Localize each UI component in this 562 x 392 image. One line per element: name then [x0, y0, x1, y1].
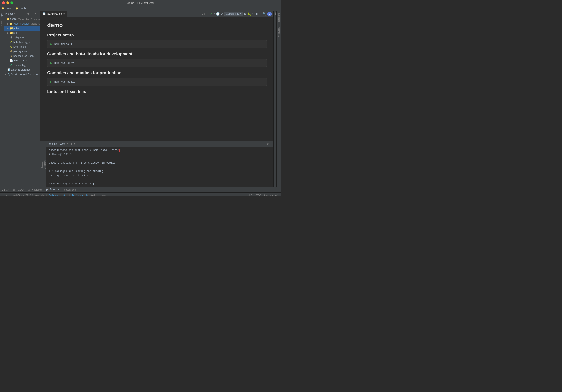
terminal-settings-icon[interactable]: ⚙ [266, 142, 269, 145]
stop-button[interactable]: ■ [256, 12, 258, 15]
editor-tabs: 📄 README.md ✕ ⋮ [40, 11, 200, 17]
coverage-button[interactable]: ⊙ [252, 12, 255, 15]
md-code-1: ▶ npm install [47, 40, 267, 48]
arrow-icon: ▶ [7, 27, 9, 30]
tree-package-json[interactable]: ⚙ package.json [4, 49, 40, 54]
code-arrow-icon: ▶ [50, 42, 52, 46]
terminal-icon: ▶ [46, 188, 49, 191]
collapse-icon[interactable]: ≡ [31, 12, 33, 15]
tabs-more-button[interactable]: ⋮ [187, 13, 194, 17]
file-icon: ⚙ [10, 50, 13, 53]
back-button[interactable]: ← [258, 12, 261, 15]
todo-icon: ☑ [13, 188, 15, 191]
user-avatar[interactable]: S [267, 12, 272, 16]
tree-vue-config[interactable]: ⚙ vue.config.js [4, 63, 40, 68]
git-rollback-icon[interactable]: ↺ [221, 12, 223, 15]
tree-package-lock[interactable]: ⚙ package-lock.json [4, 54, 40, 58]
git-check2-icon[interactable]: ✓ [210, 12, 212, 15]
dropdown-arrow[interactable]: ▾ [14, 12, 15, 15]
debug-button[interactable]: 🐛 [248, 12, 251, 15]
tree-readme[interactable]: 📄 README.md [4, 58, 40, 63]
folder-icon: 📁 [2, 7, 5, 10]
tab-services[interactable]: ◈ Services [63, 188, 77, 192]
structure-label: Structure [41, 161, 43, 168]
codegeex-label[interactable]: CodeGeeX [277, 26, 280, 38]
maximize-button[interactable] [11, 1, 13, 4]
tree-external-libraries[interactable]: ▶ 📊 External Libraries [4, 68, 40, 72]
search-toolbar-button[interactable]: 🔍 [263, 12, 266, 15]
close-button[interactable] [2, 1, 5, 4]
readme-label: README.md [13, 59, 28, 62]
tree-gitignore[interactable]: ⚙ .gitignore [4, 35, 40, 40]
tab-icon: 📄 [43, 12, 46, 15]
terminal-tab-close[interactable]: ✕ [67, 143, 68, 145]
tab-terminal[interactable]: ▶ Terminal [45, 187, 60, 192]
node-modules-label: node_modules [13, 22, 30, 25]
indent[interactable]: 4 spaces [264, 194, 273, 196]
path-separator: › [13, 7, 14, 10]
folder-icon: 📁 [10, 27, 13, 30]
tree-src[interactable]: ▶ 📁 src [4, 31, 40, 35]
right-sidebar: Notifications CodeGeeX [276, 11, 281, 187]
line-ending[interactable]: LF [249, 194, 252, 196]
todo-tab-label: TODO [16, 188, 23, 191]
project-panel: Project ▾ ⊕ ≡ ⚙ − ▾ 📁 demo /Applications… [4, 11, 40, 187]
git-push-icon[interactable]: ↑ [213, 12, 215, 15]
tab-problems[interactable]: ⚠ Problems [27, 188, 43, 192]
locate-icon[interactable]: ⊕ [27, 12, 30, 15]
md-heading-2: Compiles and hot-reloads for development [47, 52, 267, 56]
tree-babel-config[interactable]: ⚙ babel.config.js [4, 40, 40, 45]
terminal-minimize-icon[interactable]: − [270, 142, 272, 145]
notification-text: Localized WebStorm 2022.3.2 is available… [2, 194, 47, 196]
path-bar: 📁 demo › 📁 public [0, 6, 281, 11]
notifications-label[interactable]: Notifications [277, 12, 280, 24]
git-history-icon[interactable]: 🕐 [216, 12, 220, 15]
md-section-1: Project setup ▶ npm install [47, 33, 267, 48]
sidebar-icon-commit[interactable]: Commit [0, 20, 3, 28]
toolbar: Git: ✓ ✓ ↑ 🕐 ↺ Current File ▾ ▶ 🐛 ⊙ ■ ← … [200, 11, 273, 17]
tree-scratches-consoles[interactable]: ▶ 🔧 Scratches and Consoles [4, 72, 40, 77]
dropdown-arrow-icon: ▾ [240, 12, 241, 15]
vue-config-label: vue.config.js [13, 64, 27, 67]
title-bar: demo – README.md [0, 0, 281, 6]
terminal-output-2: + three@0.161.0 [49, 153, 71, 156]
terminal-dropdown-button[interactable]: ▾ [74, 142, 75, 145]
settings-icon[interactable]: ⚙ [34, 12, 36, 15]
sidebar-icon-project[interactable]: Project [0, 12, 3, 20]
dont-ask-link[interactable]: Don't ask again [72, 194, 88, 196]
path-demo[interactable]: demo [6, 7, 12, 10]
tab-todo[interactable]: ☑ TODO [12, 188, 24, 192]
external-libraries-label: External Libraries [11, 68, 30, 71]
tab-readme[interactable]: 📄 README.md ✕ [40, 11, 67, 17]
tree-root-demo[interactable]: ▾ 📁 demo /Applications/shaoqunchao/Codes… [4, 17, 40, 21]
tree-jsconfig[interactable]: ⚙ jsconfig.json [4, 45, 40, 49]
file-icon: 📄 [10, 59, 13, 62]
terminal-prompt-1: shaoqunchao@localhost demo % [49, 149, 93, 152]
line-col: 4:1 [275, 194, 279, 196]
terminal-command-highlighted: npm install three [93, 149, 119, 152]
tab-close-button[interactable]: ✕ [63, 13, 65, 15]
terminal-add-button[interactable]: + [70, 142, 72, 146]
project-header-icons: ⊕ ≡ ⚙ − [27, 12, 39, 15]
terminal-line-7: run `npm fund` for details [49, 173, 271, 177]
terminal-body[interactable]: shaoqunchao@localhost demo % npm install… [46, 147, 273, 188]
run-button[interactable]: ▶ [244, 12, 246, 15]
folder-icon: 📁 [10, 32, 13, 34]
tab-git[interactable]: ⎇ Git [1, 188, 10, 192]
switch-restart-link[interactable]: Switch and restart [49, 194, 68, 196]
tree-node-modules[interactable]: ▶ 📁 node_modules library root [4, 21, 40, 26]
terminal-tab-label: Terminal [50, 188, 59, 191]
libraries-icon: 📊 [7, 68, 10, 71]
tree-public[interactable]: ▶ 📁 public [4, 26, 40, 31]
current-file-button[interactable]: Current File ▾ [224, 12, 243, 16]
src-label: src [13, 32, 17, 34]
minimize-button[interactable] [6, 1, 9, 4]
code-arrow-icon: ▶ [50, 61, 52, 65]
encoding[interactable]: UTF-8 [255, 194, 261, 196]
arrow-icon: ▶ [5, 69, 7, 71]
file-icon: ⚙ [10, 64, 13, 67]
md-title: demo [47, 22, 267, 29]
path-public[interactable]: public [20, 7, 26, 10]
close-panel-icon[interactable]: − [37, 12, 39, 15]
git-check-icon[interactable]: ✓ [206, 12, 209, 15]
